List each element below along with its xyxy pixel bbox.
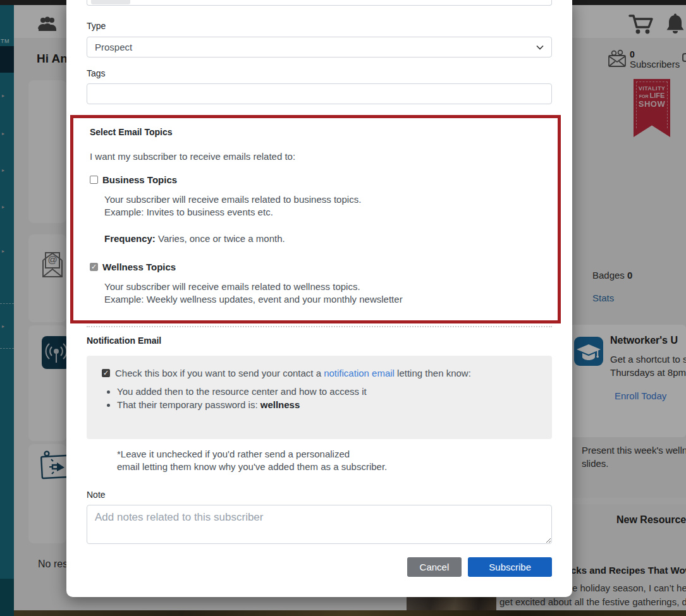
type-select-value: Prospect [95, 42, 536, 52]
notification-bullet-list: You added then to the resource center an… [102, 385, 537, 411]
notification-email-link[interactable]: notification email [324, 368, 395, 378]
temporary-password: wellness [260, 399, 300, 410]
business-topics-label: Business Topics [102, 174, 177, 185]
cutoff-chip [91, 0, 130, 4]
cutoff-field[interactable] [87, 0, 552, 6]
email-topics-intro: I want my subscriber to receive emails r… [90, 151, 541, 162]
notification-checkbox-label: Check this box if you want to send your … [115, 368, 471, 378]
business-topics-checkbox[interactable] [90, 176, 98, 184]
cancel-button[interactable]: Cancel [407, 557, 462, 577]
chevron-down-icon [536, 45, 544, 50]
notification-bullet: You added then to the resource center an… [117, 385, 537, 398]
email-topics-title: Select Email Topics [90, 127, 541, 137]
add-subscriber-modal: Type Prospect Tags Select Email Topics I… [66, 0, 572, 597]
type-label: Type [87, 21, 552, 31]
notification-email-box: ✓ Check this box if you want to send you… [87, 356, 552, 439]
wellness-topics-frequency: Frequency: Weekly [104, 320, 541, 323]
tags-label: Tags [87, 68, 552, 78]
business-topics-frequency: Frequency: Varies, once or twice a month… [104, 233, 541, 244]
wellness-topics-row: ✓ Wellness Topics [90, 262, 541, 272]
business-topics-description: Your subscriber will receive emails rela… [104, 193, 541, 219]
note-label: Note [87, 490, 552, 500]
subscribe-button[interactable]: Subscribe [468, 557, 552, 577]
note-textarea[interactable] [87, 505, 552, 544]
tags-input[interactable] [87, 83, 552, 104]
wellness-topics-label: Wellness Topics [102, 262, 176, 272]
wellness-topics-description: Your subscriber will receive emails rela… [104, 281, 541, 306]
wellness-topics-checkbox[interactable]: ✓ [90, 263, 98, 271]
notification-checkbox[interactable]: ✓ [102, 369, 110, 377]
business-topics-row: Business Topics [90, 174, 541, 185]
notification-bullet: That their temporary password is: wellne… [117, 399, 537, 411]
type-select[interactable]: Prospect [87, 37, 552, 57]
notification-email-title: Notification Email [87, 335, 552, 346]
leave-unchecked-note: *Leave it unchecked if you'd rather send… [117, 448, 552, 473]
email-topics-section: Select Email Topics I want my subscriber… [70, 115, 561, 323]
modal-footer: Cancel Subscribe [407, 557, 552, 577]
dotted-divider [87, 326, 552, 327]
